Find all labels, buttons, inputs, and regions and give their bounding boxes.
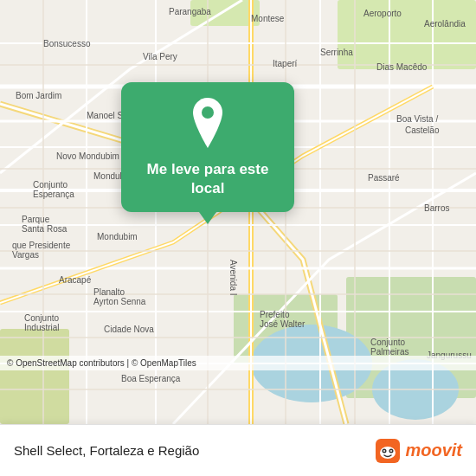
attribution-text: © OpenStreetMap contributors | © OpenMap… — [7, 358, 196, 368]
label-conjuntoesperanca: ConjuntoEsperança — [33, 180, 74, 199]
label-barros: Barros — [424, 203, 449, 213]
label-bonsucesso: Bonsucesso — [43, 39, 90, 48]
label-planalto: PlanaltoAyrton Senna — [93, 287, 145, 306]
label-cidadenova: Cidade Nova — [104, 325, 154, 334]
label-montese: Montese — [251, 14, 284, 23]
popup-text: Me leve para este local — [135, 160, 280, 198]
svg-point-40 — [383, 450, 385, 452]
label-diasmacedo: Dias Macêdo — [376, 62, 427, 72]
label-parangaba: Parangaba — [169, 7, 211, 16]
label-aracape: Aracapé — [59, 275, 91, 285]
label-aerolandia: Aerolândia — [424, 19, 466, 29]
label-conjuntoindustrial: ConjuntoIndustrial — [24, 313, 60, 332]
map-attribution: © OpenStreetMap contributors | © OpenMap… — [0, 356, 476, 370]
popup-card[interactable]: Me leve para este local — [121, 82, 294, 212]
svg-point-41 — [390, 450, 392, 452]
svg-point-35 — [202, 106, 214, 119]
label-novomondubim: Novo Mondubim — [56, 151, 119, 161]
location-title: Shell Select, Fortaleza e Região — [14, 443, 199, 458]
map-container: Parangaba Montese Aeroporto Aerolândia B… — [0, 0, 476, 424]
label-serrinha: Serrinha — [320, 48, 353, 57]
label-avenidai: Avenida I — [228, 260, 238, 296]
label-itaperi: Itaperí — [273, 59, 297, 68]
moovit-text: moovit — [405, 441, 462, 460]
label-quepresidente: que PresidenteVargas — [12, 241, 70, 260]
label-boavista: Boa Vista / — [396, 114, 438, 124]
svg-rect-1 — [338, 0, 476, 69]
label-parquesantarosa: ParqueSanta Rosa — [22, 215, 67, 234]
moovit-face-icon — [376, 439, 400, 463]
svg-rect-4 — [0, 329, 69, 424]
label-castelao: Castelão — [405, 125, 439, 135]
pin-icon — [187, 98, 228, 148]
label-bomjardim: Bom Jardim — [16, 91, 61, 100]
label-conjuntopalmeiras: ConjuntoPalmeiras — [370, 338, 408, 357]
bottom-bar: Shell Select, Fortaleza e Região moovit — [0, 424, 476, 476]
label-aeroporto: Aeroporto — [363, 9, 402, 18]
label-passare: Passaré — [368, 173, 400, 183]
label-vilapery: Vila Pery — [143, 52, 177, 61]
label-boaesperanca: Boa Esperança — [121, 374, 180, 383]
label-prefeito: PrefeitoJosé Walter — [260, 310, 305, 329]
label-mondubim2: Mondubim — [97, 232, 138, 241]
moovit-logo: moovit — [376, 439, 462, 463]
